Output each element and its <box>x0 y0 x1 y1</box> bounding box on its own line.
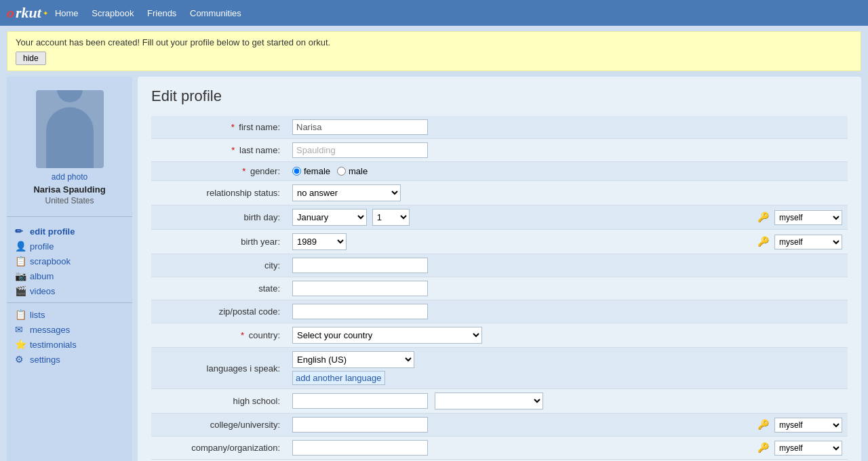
gender-male-label[interactable]: male <box>337 166 368 176</box>
hide-button[interactable]: hide <box>16 52 46 65</box>
company-privacy-select[interactable]: myselffriendseveryone <box>774 441 842 456</box>
sidebar-item-profile[interactable]: 👤 profile <box>7 239 132 254</box>
row-relationship: relationship status: no answer single in… <box>151 181 848 205</box>
first-name-label: * first name: <box>151 116 287 139</box>
avatar-silhouette <box>46 107 94 168</box>
messages-icon: ✉ <box>15 324 26 335</box>
nav-home[interactable]: Home <box>55 8 79 18</box>
gender-female-text: female <box>304 166 330 176</box>
sidebar-item-edit-profile[interactable]: ✏ edit profile <box>7 224 132 239</box>
sidebar-item-settings[interactable]: ⚙ settings <box>7 352 132 367</box>
gender-female-radio[interactable] <box>292 167 301 176</box>
high-school-input[interactable] <box>292 393 428 409</box>
nav-scrapbook[interactable]: Scrapbook <box>92 8 134 18</box>
zip-label: zip/postal code: <box>151 300 287 323</box>
birth-year-privacy-select[interactable]: myselffriendseveryone <box>774 235 842 249</box>
avatar-section: add photo Narisa Spaulding United States <box>7 83 132 212</box>
sidebar-item-scrapbook[interactable]: 📋 scrapbook <box>7 254 132 268</box>
college-input[interactable] <box>292 417 428 433</box>
avatar-head <box>57 90 83 102</box>
settings-icon: ⚙ <box>15 354 26 365</box>
row-first-name: * first name: <box>151 116 848 139</box>
logo-star: ✦ <box>43 9 48 17</box>
birth-day-label: birth day: <box>151 205 287 230</box>
row-college: college/university: 🔑 myselffriendsevery… <box>151 414 848 437</box>
sidebar-navigation: ✏ edit profile 👤 profile 📋 scrapbook 📷 a… <box>7 221 132 369</box>
sidebar-label-settings: settings <box>30 355 60 365</box>
nav-communities[interactable]: Communities <box>190 8 241 18</box>
gender-female-label[interactable]: female <box>292 166 330 176</box>
logo-rest: rkut <box>16 4 41 22</box>
form-table: * first name: * last name: <box>151 116 848 460</box>
sidebar-item-messages[interactable]: ✉ messages <box>7 322 132 337</box>
topnav: o rkut ✦ Home Scrapbook Friends Communit… <box>0 0 868 26</box>
row-last-name: * last name: <box>151 139 848 162</box>
birth-year-label: birth year: <box>151 230 287 254</box>
first-name-input[interactable] <box>292 119 428 135</box>
city-input[interactable] <box>292 258 428 273</box>
main-nav: Home Scrapbook Friends Communities <box>55 8 252 18</box>
high-school-label: high school: <box>151 389 287 414</box>
birth-month-select[interactable]: JanuaryFebruaryMarch AprilMayJune JulyAu… <box>292 209 367 226</box>
sidebar-label-edit-profile: edit profile <box>30 226 75 237</box>
sidebar-label-scrapbook: scrapbook <box>30 256 71 266</box>
relationship-select[interactable]: no answer single in a relationship marri… <box>292 184 401 201</box>
sidebar-label-album: album <box>30 271 54 281</box>
sidebar-divider <box>7 216 132 217</box>
college-label: college/university: <box>151 414 287 437</box>
sidebar-label-videos: videos <box>30 286 56 296</box>
gender-male-radio[interactable] <box>337 167 346 176</box>
sidebar-item-videos[interactable]: 🎬 videos <box>7 283 132 298</box>
row-high-school: high school: <box>151 389 848 414</box>
company-input[interactable] <box>292 440 428 456</box>
last-name-input[interactable] <box>292 142 428 158</box>
sidebar-item-album[interactable]: 📷 album <box>7 268 132 283</box>
college-privacy-select[interactable]: myselffriendseveryone <box>774 418 842 433</box>
city-label: city: <box>151 254 287 277</box>
relationship-label: relationship status: <box>151 181 287 205</box>
company-label: company/organization: <box>151 437 287 460</box>
sidebar-label-testimonials: testimonials <box>30 340 77 350</box>
gender-male-text: male <box>349 166 368 176</box>
edit-profile-icon: ✏ <box>15 226 26 237</box>
row-languages: languages i speak: English (US) English … <box>151 348 848 389</box>
row-city: city: <box>151 254 848 277</box>
row-birth-day: birth day: JanuaryFebruaryMarch AprilMay… <box>151 205 848 230</box>
sidebar-item-lists[interactable]: 📋 lists <box>7 307 132 322</box>
row-zip: zip/postal code: <box>151 300 848 323</box>
add-language-link[interactable]: add another language <box>292 371 385 385</box>
last-name-label: * last name: <box>151 139 287 162</box>
gender-label: * gender: <box>151 162 287 181</box>
language-select[interactable]: English (US) English (UK) Portuguese Spa… <box>292 351 414 368</box>
sidebar: add photo Narisa Spaulding United States… <box>7 77 132 461</box>
languages-label: languages i speak: <box>151 348 287 389</box>
high-school-year-select[interactable] <box>435 393 543 409</box>
birth-year-select[interactable]: 198919901985 <box>292 233 347 250</box>
sidebar-label-lists: lists <box>30 310 45 320</box>
college-privacy-icon: 🔑 <box>757 419 769 430</box>
add-photo-link[interactable]: add photo <box>52 172 87 182</box>
scrapbook-icon: 📋 <box>15 256 26 266</box>
page-title: Edit profile <box>151 87 848 105</box>
birth-day-privacy-select[interactable]: myselffriendseveryone <box>774 210 842 225</box>
notification-message: Your account has been created! Fill out … <box>16 37 852 47</box>
zip-input[interactable] <box>292 304 428 319</box>
notification-bar: Your account has been created! Fill out … <box>7 31 861 71</box>
videos-icon: 🎬 <box>15 285 26 296</box>
birth-year-privacy-icon: 🔑 <box>757 236 769 247</box>
company-privacy-icon: 🔑 <box>757 442 769 453</box>
country-select[interactable]: Select your country United States Brazil… <box>292 327 482 344</box>
state-input[interactable] <box>292 281 428 296</box>
row-state: state: <box>151 277 848 300</box>
user-name: Narisa Spaulding <box>33 184 105 195</box>
profile-icon: 👤 <box>15 241 26 252</box>
user-location: United States <box>45 196 94 205</box>
nav-friends[interactable]: Friends <box>147 8 176 18</box>
avatar <box>36 90 104 168</box>
gender-options: female male <box>292 166 842 176</box>
main-layout: add photo Narisa Spaulding United States… <box>7 77 861 461</box>
birth-day-privacy-icon: 🔑 <box>757 212 769 222</box>
birth-day-select[interactable]: 12345 <box>372 209 410 226</box>
sidebar-item-testimonials[interactable]: ⭐ testimonials <box>7 337 132 352</box>
row-birth-year: birth year: 198919901985 🔑 myselffriends… <box>151 230 848 254</box>
